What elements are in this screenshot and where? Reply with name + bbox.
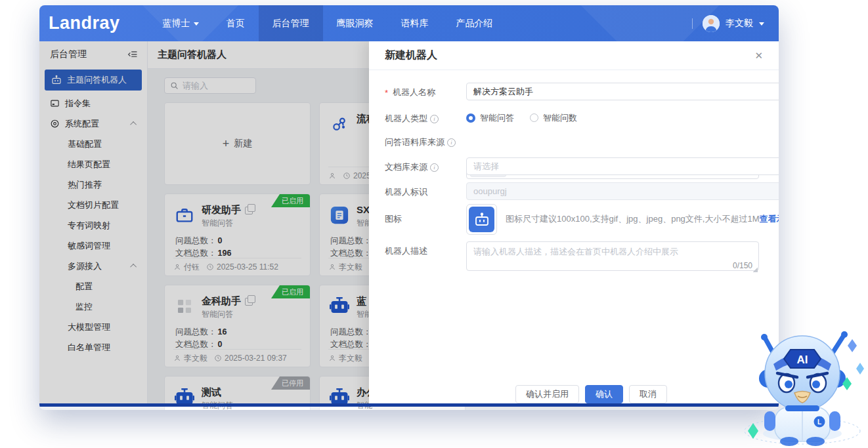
new-robot-drawer: 新建机器人 ✕ 机器人名称 机器人类型i 智能问答 智能问数 问答语料库来源i …	[369, 41, 779, 407]
nav-item-admin[interactable]: 后台管理	[259, 5, 323, 41]
drawer-footer: 确认并启用 确认 取消	[369, 385, 779, 403]
robot-type-radios: 智能问答 智能问数	[466, 109, 759, 127]
user-name: 李文毅	[726, 18, 753, 30]
mascot-robot: AI L	[742, 305, 868, 448]
nav-item-lanboshi[interactable]: 蓝博士	[149, 5, 213, 41]
diamond-decoration	[856, 363, 864, 375]
robot-icon	[474, 212, 490, 228]
landray-logo: Landray	[49, 13, 120, 33]
close-icon[interactable]: ✕	[754, 50, 763, 62]
icon-upload-button[interactable]	[466, 204, 497, 235]
info-icon: i	[430, 163, 439, 172]
field-label-doclib: 文档库来源i	[385, 161, 465, 173]
nav-item-corpus[interactable]: 语料库	[387, 5, 443, 41]
char-counter: 0/150	[733, 261, 752, 270]
cancel-button[interactable]: 取消	[629, 385, 667, 403]
resize-handle-icon[interactable]	[752, 267, 758, 272]
drawer-header: 新建机器人 ✕	[369, 41, 779, 70]
field-label-identifier: 机器人标识	[385, 186, 465, 198]
mascot-ai-label: AI	[797, 354, 808, 366]
doc-library-input[interactable]	[466, 157, 779, 175]
divider	[692, 18, 693, 29]
window-bottom-edge	[39, 403, 779, 407]
info-icon: i	[430, 115, 439, 123]
description-field: 0/150	[466, 241, 759, 274]
diamond-decoration	[848, 339, 857, 352]
page: Landray 蓝博士 首页 后台管理 鹰眼洞察 语料库 产品介绍 李文毅	[0, 0, 868, 448]
robot-avatar-tile	[469, 207, 494, 232]
chevron-down-icon	[194, 22, 199, 26]
user-area[interactable]: 李文毅	[692, 15, 779, 32]
icon-upload-hint: 图标尺寸建议100x100,支持gif、jpg、jpeg、png文件,大小不超过…	[506, 213, 779, 225]
robot-name-input[interactable]	[466, 83, 779, 100]
nav-item-insight[interactable]: 鹰眼洞察	[323, 5, 387, 41]
window-body: 后台管理 主题问答机器人 指令集 系统配置	[39, 41, 779, 407]
chevron-down-icon	[759, 22, 764, 26]
field-label-icon: 图标	[385, 213, 465, 225]
drawer-title: 新建机器人	[385, 49, 437, 62]
avatar	[703, 15, 720, 32]
mascot-l-badge: L	[817, 418, 821, 426]
field-label-name: 机器人名称	[385, 87, 465, 98]
nav-item-products[interactable]: 产品介绍	[443, 5, 507, 41]
radio-smart-qa[interactable]: 智能问答	[466, 112, 514, 124]
robot-description-textarea[interactable]	[466, 241, 759, 271]
robot-identifier-input	[466, 182, 779, 200]
radio-unselected-icon	[530, 113, 538, 122]
confirm-button[interactable]: 确认	[585, 385, 623, 403]
view-example-link[interactable]: 查看示例	[760, 214, 779, 224]
app-window: Landray 蓝博士 首页 后台管理 鹰眼洞察 语料库 产品介绍 李文毅	[39, 5, 779, 410]
radio-selected-icon	[466, 113, 475, 123]
radio-smart-data-qa[interactable]: 智能问数	[530, 112, 577, 124]
field-label-description: 机器人描述	[385, 245, 465, 257]
field-label-type: 机器人类型i	[385, 113, 465, 125]
field-label-corpus: 问答语料库来源i	[385, 136, 465, 148]
top-navbar: Landray 蓝博士 首页 后台管理 鹰眼洞察 语料库 产品介绍 李文毅	[39, 5, 779, 41]
icon-upload-row: 图标尺寸建议100x100,支持gif、jpg、jpeg、png文件,大小不超过…	[466, 204, 759, 235]
info-icon: i	[447, 138, 456, 147]
nav-item-home[interactable]: 首页	[213, 5, 259, 41]
main-nav: 蓝博士 首页 后台管理 鹰眼洞察 语料库 产品介绍	[149, 5, 507, 41]
confirm-and-enable-button[interactable]: 确认并启用	[515, 385, 579, 403]
